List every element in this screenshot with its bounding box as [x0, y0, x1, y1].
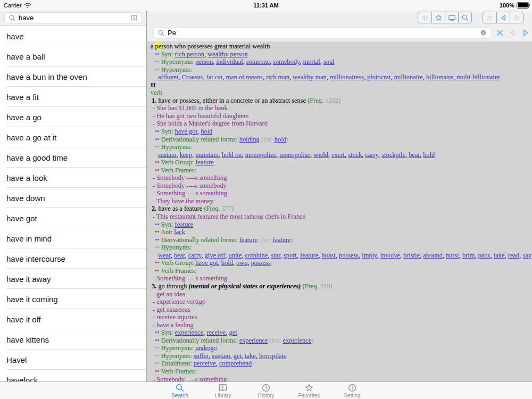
word-link[interactable]: sustain: [212, 352, 230, 360]
word-link[interactable]: have got: [195, 259, 218, 267]
word-link[interactable]: someone: [246, 58, 270, 65]
word-link[interactable]: receive: [206, 329, 226, 336]
list-item[interactable]: have kittens: [0, 329, 146, 350]
word-link[interactable]: hold: [201, 128, 212, 135]
word-link[interactable]: monopolise: [279, 151, 310, 159]
word-link[interactable]: billionaire: [426, 73, 453, 81]
word-link[interactable]: own: [236, 259, 247, 267]
find-button[interactable]: [458, 12, 471, 23]
word-link[interactable]: have got: [175, 128, 197, 135]
word-link[interactable]: say: [522, 252, 531, 259]
word-link[interactable]: possess: [339, 252, 359, 259]
back-button[interactable]: [496, 12, 510, 23]
list-item[interactable]: have a fit: [0, 87, 146, 107]
list-item[interactable]: Havel: [0, 350, 146, 370]
word-link[interactable]: fat cat: [206, 73, 223, 81]
clear-icon[interactable]: [480, 29, 487, 36]
word-link[interactable]: hold on: [222, 151, 242, 159]
word-link[interactable]: rich man: [266, 73, 289, 81]
list-item[interactable]: have a good time: [0, 147, 146, 168]
word-link[interactable]: hold: [221, 259, 233, 267]
word-link[interactable]: feature: [272, 236, 290, 244]
word-link[interactable]: feature: [195, 159, 213, 166]
word-link[interactable]: holding: [239, 136, 260, 143]
word-link[interactable]: rich person: [175, 51, 204, 58]
word-link[interactable]: suffer: [194, 352, 209, 360]
word-link[interactable]: experience: [283, 337, 312, 344]
word-link[interactable]: feature: [239, 236, 257, 244]
word-link[interactable]: exert: [331, 151, 345, 159]
word-link[interactable]: hold: [423, 151, 435, 159]
book-icon[interactable]: [130, 14, 138, 22]
word-link[interactable]: experience: [175, 329, 204, 336]
tab-setting[interactable]: Setting: [331, 382, 374, 399]
list-item[interactable]: have got: [0, 208, 146, 228]
word-link[interactable]: boast: [322, 252, 336, 259]
favorite-button[interactable]: [431, 12, 445, 23]
word-link[interactable]: wealthy person: [207, 51, 247, 58]
tab-library[interactable]: Library: [202, 382, 245, 399]
word-link[interactable]: carry: [188, 252, 202, 259]
word-link[interactable]: hold: [275, 136, 286, 143]
word-link[interactable]: take: [494, 252, 505, 259]
list-item[interactable]: have down: [0, 188, 146, 208]
word-link[interactable]: star: [271, 252, 280, 259]
word-link[interactable]: bristle: [403, 252, 420, 259]
sidebar-search-input[interactable]: [19, 14, 128, 22]
list-item[interactable]: have a go at it: [0, 127, 146, 147]
word-link[interactable]: comprehend: [219, 360, 252, 367]
list-item[interactable]: have it off: [0, 309, 146, 329]
word-link[interactable]: feature: [300, 252, 318, 259]
word-link[interactable]: bear: [174, 252, 185, 259]
word-link[interactable]: individual: [216, 58, 243, 65]
word-link[interactable]: wealthy man: [293, 73, 327, 81]
word-link[interactable]: person: [195, 58, 213, 65]
word-link[interactable]: millionaire: [394, 73, 422, 81]
word-link[interactable]: carry: [365, 151, 378, 159]
word-link[interactable]: man of means: [226, 73, 263, 81]
word-link[interactable]: possess: [251, 259, 271, 267]
list-item[interactable]: have a look: [0, 168, 146, 188]
word-link[interactable]: sustain: [158, 151, 176, 159]
word-link[interactable]: monopolize: [245, 151, 277, 159]
word-link[interactable]: involve: [380, 252, 400, 259]
word-link[interactable]: imply: [362, 252, 377, 259]
word-link[interactable]: maintain: [195, 151, 218, 159]
next-match-button[interactable]: [520, 28, 530, 38]
list-item[interactable]: have intercourse: [0, 248, 146, 269]
word-link[interactable]: take: [245, 352, 256, 360]
word-link[interactable]: millionairess: [330, 73, 364, 81]
word-link[interactable]: soul: [323, 58, 335, 65]
word-link[interactable]: perceive: [194, 360, 216, 367]
word-link[interactable]: keep: [180, 151, 192, 159]
word-link[interactable]: somebody: [273, 58, 300, 65]
word-link[interactable]: plutocrat: [367, 73, 390, 81]
word-link[interactable]: feature: [175, 221, 193, 228]
list-item[interactable]: have in mind: [0, 228, 146, 248]
word-link[interactable]: abound: [423, 252, 442, 259]
list-item[interactable]: have it coming: [0, 289, 146, 309]
word-link[interactable]: undergo: [195, 344, 217, 352]
word-link[interactable]: brim: [462, 252, 475, 259]
word-link[interactable]: mortal: [303, 58, 320, 65]
word-link[interactable]: horripilate: [259, 352, 287, 360]
word-link[interactable]: get: [229, 329, 237, 336]
display-button[interactable]: [445, 12, 458, 23]
word-link[interactable]: multi-billionaire: [456, 73, 500, 81]
word-link[interactable]: get: [234, 352, 242, 360]
in-page-search-input[interactable]: [168, 29, 477, 37]
word-link[interactable]: stock: [348, 151, 362, 159]
tab-favorites[interactable]: Favorites: [288, 382, 331, 399]
word-link[interactable]: affluent: [158, 73, 178, 81]
word-link[interactable]: burst: [446, 252, 459, 259]
word-link[interactable]: Croesus: [182, 73, 203, 81]
close-search-button[interactable]: [495, 28, 504, 38]
sidebar-search-field[interactable]: [4, 12, 142, 23]
list-item[interactable]: have: [0, 26, 146, 46]
word-link[interactable]: give off: [205, 252, 226, 259]
word-link[interactable]: sport: [284, 252, 297, 259]
list-item[interactable]: have a ball: [0, 46, 146, 66]
tab-search[interactable]: Search: [159, 382, 202, 399]
list-item[interactable]: have a go: [0, 107, 146, 127]
word-link[interactable]: lack: [174, 228, 185, 236]
